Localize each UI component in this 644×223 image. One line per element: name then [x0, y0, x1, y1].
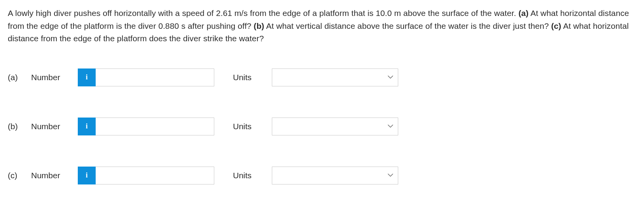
answer-row-c: (c) Number i Units	[8, 167, 644, 184]
part-marker-c: (c)	[551, 21, 561, 30]
number-label: Number	[31, 122, 78, 131]
part-marker-a: (a)	[518, 9, 528, 18]
number-input-a[interactable]	[96, 68, 214, 86]
answers-block: (a) Number i Units (b) Number i Units	[8, 68, 644, 184]
info-icon[interactable]: i	[78, 118, 96, 135]
units-label: Units	[233, 171, 272, 180]
units-select-wrap-b[interactable]	[272, 118, 398, 135]
answer-row-b: (b) Number i Units	[8, 118, 644, 135]
number-input-c[interactable]	[96, 167, 214, 184]
info-glyph: i	[86, 122, 88, 130]
part-marker-b: (b)	[254, 21, 264, 30]
units-select-c[interactable]	[272, 167, 398, 184]
number-label: Number	[31, 73, 78, 82]
units-label: Units	[233, 73, 272, 82]
question-text: A lowly high diver pushes off horizontal…	[8, 7, 644, 45]
info-icon[interactable]: i	[78, 167, 96, 184]
info-glyph: i	[86, 171, 88, 179]
units-select-wrap-c[interactable]	[272, 167, 398, 184]
part-label-c: (c)	[8, 171, 31, 180]
number-input-b[interactable]	[96, 118, 214, 135]
units-label: Units	[233, 122, 272, 131]
part-label-a: (a)	[8, 73, 31, 82]
number-label: Number	[31, 171, 78, 180]
answer-row-a: (a) Number i Units	[8, 68, 644, 86]
info-icon[interactable]: i	[78, 68, 96, 86]
prompt-segment: At what vertical distance above the surf…	[264, 21, 551, 30]
part-label-b: (b)	[8, 122, 31, 131]
units-select-a[interactable]	[272, 69, 398, 86]
prompt-segment: A lowly high diver pushes off horizontal…	[8, 9, 518, 18]
units-select-wrap-a[interactable]	[272, 68, 398, 86]
info-glyph: i	[86, 73, 88, 81]
units-select-b[interactable]	[272, 118, 398, 135]
